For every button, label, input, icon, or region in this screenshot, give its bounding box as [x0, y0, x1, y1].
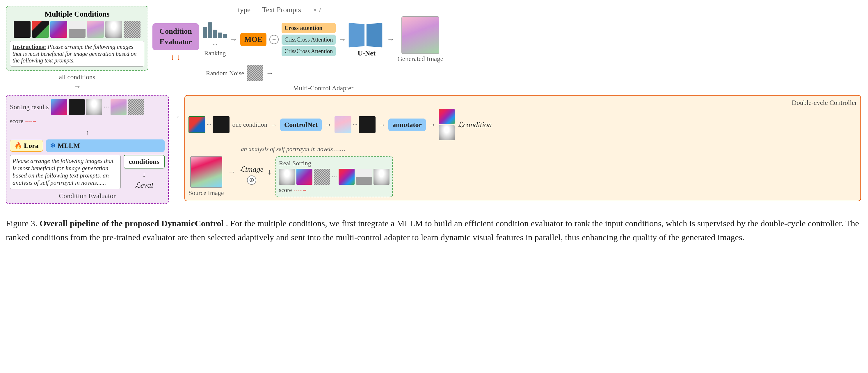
- fig-label: Figure 3.: [6, 218, 37, 228]
- dc-img-1: [188, 116, 205, 133]
- ann-img-2: [439, 125, 455, 140]
- up-arrow: ↑: [10, 128, 165, 137]
- ce-bottom-label: Condition Evaluator: [10, 192, 165, 200]
- all-conditions-section: all conditions →: [59, 73, 95, 91]
- ce-down-arrow: ↓ ↓: [171, 53, 181, 62]
- conditions-box: conditions: [124, 155, 165, 168]
- text-prompts-label: Text Prompts: [262, 6, 301, 14]
- cross-attn-label: Cross attention: [284, 25, 322, 31]
- rs-score-arrow: - - - - →: [293, 187, 307, 194]
- condition-evaluator-box: Condition Evaluator: [152, 23, 199, 50]
- mc-img-5: [87, 21, 104, 38]
- all-conditions-arrow: →: [73, 81, 81, 91]
- condition-evaluator-top: Condition Evaluator ↓ ↓: [152, 23, 199, 62]
- l-condition: ℒcondition: [458, 120, 492, 129]
- ann-img-1: [439, 109, 455, 124]
- rs-score-label: score: [279, 186, 292, 194]
- caption-section: Figure 3. Overall pipeline of the propos…: [6, 212, 861, 244]
- cross-attention-box: Cross attention: [282, 23, 336, 33]
- middle-flow: type Text Prompts × L ···: [203, 6, 443, 92]
- controlnet-box: ControlNet: [280, 118, 322, 131]
- type-label: type: [238, 6, 250, 14]
- eval-loss: ℒeval: [135, 181, 153, 190]
- mc-img-7: [124, 21, 141, 38]
- l-image-section: ℒimage ⊕: [240, 156, 264, 185]
- plus2: ⊕: [247, 175, 256, 185]
- arr3: →: [387, 35, 395, 44]
- mc-img-2: [32, 21, 49, 38]
- snow-icon: ❄: [50, 142, 55, 149]
- instructions-label: Instructions:: [12, 43, 46, 50]
- generated-label: Generated Image: [397, 55, 443, 63]
- rs-dots: ···: [331, 173, 337, 181]
- conditions-section: conditions ↓ ℒeval: [124, 155, 165, 190]
- attention-stack: Cross attention CrissCross Attention Cri…: [282, 23, 336, 56]
- bar2: [208, 22, 212, 38]
- double-cycle-label: Double-cycle Controller: [792, 99, 857, 106]
- plus1: +: [269, 35, 279, 44]
- sorting-images-row: ···: [51, 99, 144, 115]
- criss2-box: CrissCross Attention: [282, 46, 336, 56]
- instructions-box: Instructions: Please arrange the followi…: [10, 41, 144, 67]
- rs-images: ···: [279, 169, 390, 185]
- bar5: [223, 34, 227, 38]
- dc-output-imgs: ···: [335, 116, 375, 133]
- dc-input-imgs: ···: [188, 116, 229, 133]
- criss1-label: CrissCross Attention: [284, 36, 333, 43]
- caption-bold: Overall pipeline of the proposed Dynamic…: [39, 218, 224, 228]
- multi-control-label: Multi-Control Adapter: [203, 84, 443, 92]
- multiple-conditions-box: Multiple Conditions Instructions: Please…: [6, 6, 148, 71]
- fire-icon: 🔥: [14, 142, 22, 149]
- chart-dots: ···: [213, 41, 218, 48]
- annotator-box: annotator: [388, 118, 426, 131]
- main-container: Multiple Conditions Instructions: Please…: [6, 6, 861, 244]
- unet-label: U-Net: [358, 49, 375, 57]
- annotator-output-imgs: [439, 109, 455, 140]
- moe-label: MOE: [244, 35, 262, 43]
- rs-img-6: [373, 169, 390, 185]
- lora-mllm-row: 🔥 Lora ❄ MLLM: [10, 139, 165, 152]
- arr2: →: [339, 35, 346, 44]
- mc-title: Multiple Conditions: [10, 10, 144, 19]
- mc-img-6: [105, 21, 122, 38]
- rs-img-5: [356, 169, 372, 185]
- criss2-label: CrissCross Attention: [284, 48, 333, 54]
- type-tp-row: type Text Prompts × L: [203, 6, 443, 14]
- score-arrow: - - - - →: [25, 118, 37, 125]
- diagram-top-row: Multiple Conditions Instructions: Please…: [6, 6, 861, 92]
- li-arrow: ↓: [268, 156, 271, 176]
- bar1: [203, 27, 207, 38]
- mc-img-3: [50, 21, 67, 38]
- noise-arrow: →: [266, 69, 273, 77]
- dc-arr3: →: [378, 121, 385, 129]
- dc-arr4: →: [429, 121, 436, 129]
- main-flow-row: ··· Ranking → MOE + Cross attention: [203, 16, 443, 63]
- unet-left: [349, 23, 365, 47]
- real-sorting-section: Real Sorting ··· score - - - - →: [276, 156, 393, 197]
- dc-out-2: [359, 116, 375, 133]
- mc-images-row: [10, 21, 144, 38]
- dc-img-2: [213, 116, 229, 133]
- diagram-bottom-row: Sorting results ··· score - - - - → ↑: [6, 95, 861, 204]
- one-condition-label: one condition: [232, 121, 267, 128]
- analysis-text-section: an analysis of self portrayal in novels …: [188, 144, 857, 153]
- unet-section: U-Net: [349, 22, 384, 57]
- random-noise-label: Random Noise: [206, 69, 244, 77]
- mc-img-1: [14, 21, 31, 38]
- bar-chart-section: ··· Ranking: [203, 22, 227, 57]
- sorting-row: Sorting results ···: [10, 99, 165, 115]
- random-noise-row: Random Noise →: [203, 65, 443, 81]
- noise-img: [247, 65, 263, 81]
- rs-score-row: score - - - - →: [279, 186, 390, 194]
- dc-bottom-section: Source Image → ℒimage ⊕ ↓ Real Sorting: [188, 156, 857, 197]
- dc-title: Double-cycle Controller: [188, 99, 857, 107]
- bar3: [213, 30, 217, 38]
- rs-label: Real Sorting: [279, 160, 390, 167]
- prompt-conditions-row: Please arrange the following images that…: [10, 155, 165, 190]
- ce-line2: Evaluator: [157, 37, 194, 47]
- source-image-section: Source Image: [188, 156, 224, 197]
- sorting-mllm-box: Sorting results ··· score - - - - → ↑: [6, 95, 169, 204]
- left-section: Multiple Conditions Instructions: Please…: [6, 6, 148, 91]
- prompt-text-box: Please arrange the following images that…: [10, 155, 121, 189]
- sorting-label: Sorting results: [10, 103, 49, 111]
